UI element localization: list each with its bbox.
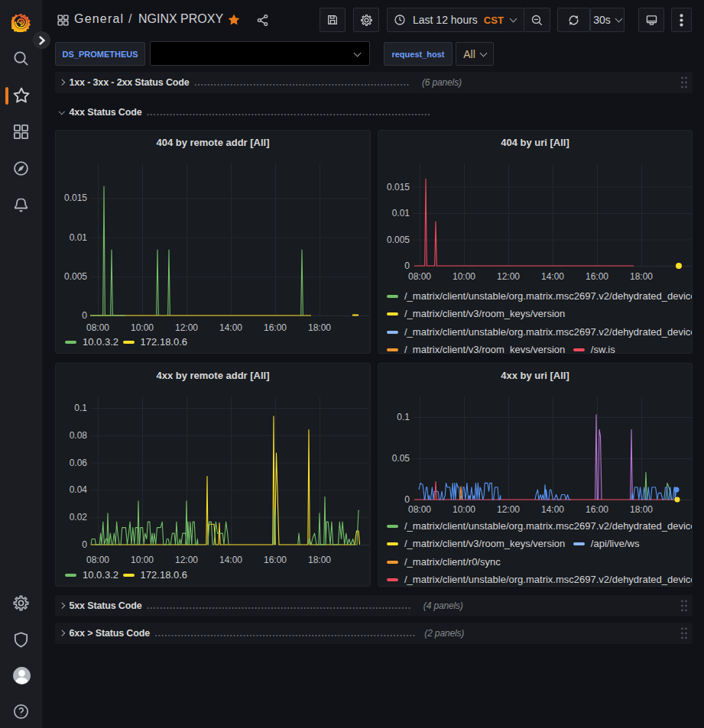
svg-text:12:00: 12:00: [175, 555, 198, 565]
svg-text:0.05: 0.05: [392, 453, 410, 464]
svg-text:18:00: 18:00: [630, 504, 653, 515]
svg-text:14:00: 14:00: [219, 322, 242, 333]
svg-text:14:00: 14:00: [541, 271, 564, 282]
svg-text:16:00: 16:00: [586, 504, 608, 515]
svg-text:0.005: 0.005: [64, 271, 87, 282]
svg-text:08:00: 08:00: [86, 555, 109, 565]
svg-text:0: 0: [404, 494, 410, 505]
svg-text:0.01: 0.01: [392, 208, 410, 218]
svg-text:0.1: 0.1: [397, 412, 410, 422]
svg-text:18:00: 18:00: [308, 322, 331, 333]
svg-text:14:00: 14:00: [219, 555, 242, 565]
svg-text:16:00: 16:00: [264, 555, 287, 565]
svg-text:0: 0: [404, 260, 410, 271]
svg-text:18:00: 18:00: [308, 555, 331, 565]
svg-text:08:00: 08:00: [86, 322, 109, 333]
svg-text:12:00: 12:00: [497, 504, 520, 515]
svg-text:0.01: 0.01: [70, 232, 88, 243]
svg-text:0.06: 0.06: [70, 458, 88, 468]
svg-text:0.02: 0.02: [70, 512, 88, 523]
svg-text:0.015: 0.015: [387, 182, 410, 193]
svg-text:0.015: 0.015: [64, 193, 87, 203]
svg-text:10:00: 10:00: [453, 504, 475, 515]
svg-text:10:00: 10:00: [453, 271, 475, 282]
svg-text:10:00: 10:00: [131, 322, 154, 333]
svg-text:08:00: 08:00: [408, 504, 431, 515]
svg-text:0.1: 0.1: [74, 403, 87, 413]
svg-text:0: 0: [82, 539, 87, 550]
svg-text:18:00: 18:00: [630, 271, 653, 282]
svg-text:16:00: 16:00: [586, 271, 608, 282]
svg-text:10:00: 10:00: [131, 555, 154, 565]
svg-text:0.08: 0.08: [70, 430, 88, 441]
svg-text:12:00: 12:00: [175, 322, 198, 333]
svg-text:12:00: 12:00: [497, 271, 520, 282]
svg-text:08:00: 08:00: [408, 271, 431, 282]
svg-text:0: 0: [82, 310, 87, 321]
svg-text:0.005: 0.005: [387, 235, 410, 245]
svg-text:16:00: 16:00: [264, 322, 287, 333]
svg-text:14:00: 14:00: [541, 504, 564, 515]
svg-text:0.04: 0.04: [70, 484, 88, 495]
